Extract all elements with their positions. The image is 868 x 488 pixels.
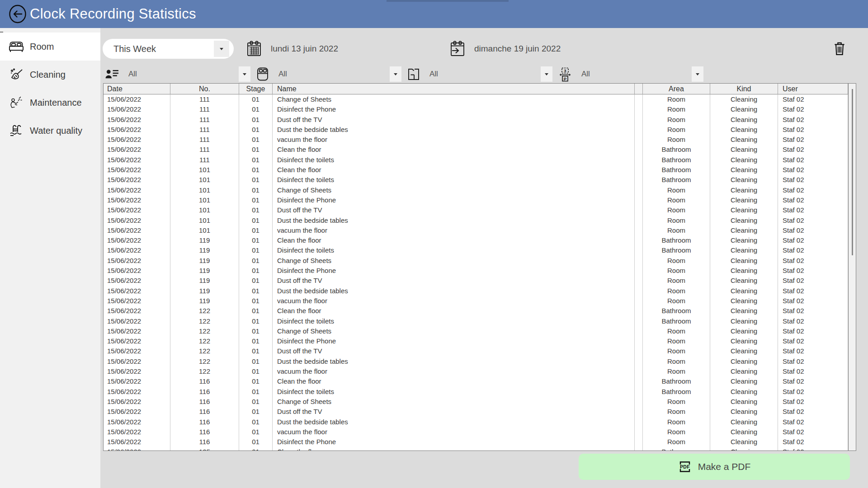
staff-filter[interactable]: All [105,66,250,82]
table-row[interactable]: 15/06/2022 119 01 Disinfect the Phone Ro… [104,266,848,276]
period-value: This Week [113,44,156,54]
chevron-down-icon [220,48,223,50]
period-dropdown-button[interactable] [214,41,229,57]
room-filter[interactable]: All [256,66,401,82]
start-date-field[interactable]: lundi 13 juin 2022 [246,39,338,59]
table-row[interactable]: 15/06/2022 101 01 Disinfect the Phone Ro… [104,195,848,205]
cell-date: 15/06/2022 [104,366,170,376]
table-row[interactable]: 15/06/2022 101 01 Change of Sheets Room … [104,185,848,195]
table-row[interactable]: 15/06/2022 122 01 Clean the floor Bathro… [104,306,848,316]
table-row[interactable]: 15/06/2022 111 01 Disinfect the toilets … [104,155,848,165]
back-button[interactable] [8,5,27,23]
table-body: 15/06/2022 111 01 Change of Sheets Room … [104,94,848,451]
svg-text:P: P [564,76,567,81]
table-row[interactable]: 15/06/2022 119 01 Change of Sheets Room … [104,256,848,266]
cell-no: 101 [170,205,239,215]
table-row[interactable]: 15/06/2022 122 01 Disinfect the Phone Ro… [104,336,848,346]
stage-filter[interactable]: 3 P All [558,66,703,82]
cell-spacer [635,366,643,376]
sidebar-item-water-quality[interactable]: Water quality [0,117,100,145]
cell-stage: 01 [239,276,273,286]
table-row[interactable]: 15/06/2022 111 01 Clean the floor Bathro… [104,145,848,155]
staff-filter-dropdown-button[interactable] [239,66,250,82]
column-header-date[interactable]: Date [104,84,170,94]
column-header-name[interactable]: Name [273,84,635,94]
table-row[interactable]: 15/06/2022 116 01 Dust the bedside table… [104,417,848,427]
column-header-no[interactable]: No. [170,84,239,94]
column-header-kind[interactable]: Kind [710,84,778,94]
cell-spacer [635,155,643,165]
app-header: Clock Recording Statistics [0,0,868,28]
table-row[interactable]: 15/06/2022 101 01 Disinfect the toilets … [104,175,848,185]
table-row[interactable]: 15/06/2022 125 01 Clean the floor Bathro… [104,447,848,451]
cell-spacer [635,316,643,326]
delete-button[interactable] [833,40,849,57]
make-pdf-button[interactable]: PDF Make a PDF [579,454,850,480]
cell-no: 101 [170,195,239,205]
table-row[interactable]: 15/06/2022 122 01 Dust the bedside table… [104,357,848,366]
area-filter-value: All [429,70,438,79]
table-row[interactable]: 15/06/2022 111 01 vacuum the floor Room … [104,135,848,145]
sidebar-item-cleaning[interactable]: Cleaning [0,61,100,89]
table-row[interactable]: 15/06/2022 122 01 Change of Sheets Room … [104,326,848,336]
column-header-user[interactable]: User [778,84,848,94]
room-filter-dropdown-button[interactable] [390,66,401,82]
table-row[interactable]: 15/06/2022 101 01 vacuum the floor Room … [104,225,848,235]
cell-date: 15/06/2022 [104,104,170,114]
cell-area: Room [643,286,710,296]
sidebar-item-maintenance[interactable]: Maintenance [0,89,100,117]
table-row[interactable]: 15/06/2022 111 01 Change of Sheets Room … [104,94,848,104]
cell-kind: Cleaning [710,165,778,175]
table-row[interactable]: 15/06/2022 119 01 Disinfect the toilets … [104,245,848,255]
cell-date: 15/06/2022 [104,296,170,306]
table-row[interactable]: 15/06/2022 116 01 Disinfect the toilets … [104,387,848,397]
table-row[interactable]: 15/06/2022 116 01 Disinfect the Phone Ro… [104,437,848,447]
column-header-spacer [635,84,643,94]
cell-no: 122 [170,336,239,346]
table-row[interactable]: 15/06/2022 122 01 Disinfect the toilets … [104,316,848,326]
table-row[interactable]: 15/06/2022 101 01 Dust off the TV Room C… [104,205,848,215]
cell-user: Staf 02 [778,115,848,125]
table-row[interactable]: 15/06/2022 119 01 Clean the floor Bathro… [104,235,848,245]
area-filter[interactable]: All [407,66,552,82]
staff-filter-value: All [128,70,137,79]
table-row[interactable]: 15/06/2022 101 01 Clean the floor Bathro… [104,165,848,175]
cell-stage: 01 [239,175,273,185]
table-row[interactable]: 15/06/2022 119 01 Dust the bedside table… [104,286,848,296]
cell-name: Change of Sheets [273,185,635,195]
column-header-stage[interactable]: Stage [239,84,273,94]
cell-user: Staf 02 [778,216,848,225]
cell-date: 15/06/2022 [104,216,170,225]
cell-area: Room [643,216,710,225]
stage-filter-dropdown-button[interactable] [692,66,703,82]
table-row[interactable]: 15/06/2022 119 01 vacuum the floor Room … [104,296,848,306]
table-scrollbar-thumb[interactable] [852,89,853,255]
table-row[interactable]: 15/06/2022 116 01 Change of Sheets Room … [104,397,848,407]
table-row[interactable]: 15/06/2022 111 01 Dust the bedside table… [104,125,848,135]
column-header-area[interactable]: Area [643,84,710,94]
cell-date: 15/06/2022 [104,195,170,205]
cell-area: Room [643,266,710,276]
cell-name: Dust the bedside tables [273,216,635,225]
table-row[interactable]: 15/06/2022 116 01 Dust off the TV Room C… [104,407,848,417]
table-row[interactable]: 15/06/2022 111 01 Dust off the TV Room C… [104,115,848,125]
table-row[interactable]: 15/06/2022 122 01 Dust off the TV Room C… [104,346,848,356]
table-row[interactable]: 15/06/2022 101 01 Dust the bedside table… [104,216,848,225]
table-row[interactable]: 15/06/2022 116 01 vacuum the floor Room … [104,427,848,437]
sidebar-item-room[interactable]: Room [0,33,100,61]
cell-date: 15/06/2022 [104,185,170,195]
cell-no: 111 [170,145,239,155]
table-row[interactable]: 15/06/2022 111 01 Disinfect the Phone Ro… [104,104,848,114]
cell-user: Staf 02 [778,245,848,255]
table-row[interactable]: 15/06/2022 119 01 Dust off the TV Room C… [104,276,848,286]
cell-user: Staf 02 [778,94,848,104]
table-row[interactable]: 15/06/2022 122 01 vacuum the floor Room … [104,366,848,376]
table-scrollbar[interactable] [848,84,856,450]
maintenance-icon [8,96,24,109]
table-row[interactable]: 15/06/2022 116 01 Clean the floor Bathro… [104,376,848,386]
cell-no: 101 [170,185,239,195]
period-select[interactable]: This Week [103,39,234,59]
cell-spacer [635,104,643,114]
area-filter-dropdown-button[interactable] [541,66,552,82]
end-date-field[interactable]: dimanche 19 juin 2022 [450,39,561,59]
